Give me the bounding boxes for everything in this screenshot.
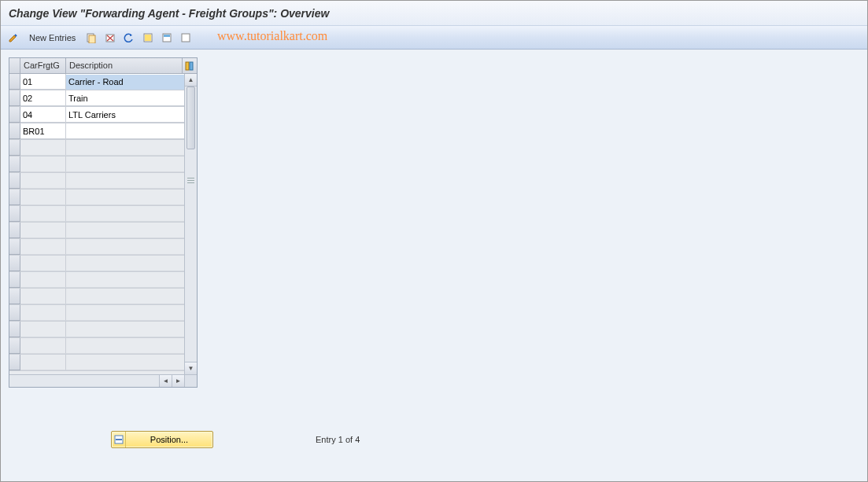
cell-desc bbox=[66, 322, 184, 337]
cell-desc bbox=[66, 338, 184, 354]
cell-code bbox=[20, 189, 66, 205]
deselect-all-icon[interactable] bbox=[178, 30, 194, 46]
delete-icon[interactable] bbox=[102, 30, 118, 46]
cell-desc bbox=[66, 272, 184, 288]
code-input[interactable] bbox=[20, 108, 65, 123]
cell-code[interactable] bbox=[20, 123, 66, 139]
table-row bbox=[9, 272, 184, 289]
row-selector[interactable] bbox=[9, 272, 20, 288]
cell-desc bbox=[66, 355, 184, 370]
desc-input[interactable] bbox=[66, 108, 184, 123]
column-header-code[interactable]: CarFrgtG bbox=[20, 58, 66, 73]
row-selector[interactable] bbox=[9, 239, 20, 255]
horizontal-scrollbar[interactable]: ◄ ► bbox=[9, 374, 184, 387]
table-row bbox=[9, 355, 184, 371]
cell-code bbox=[20, 256, 66, 271]
row-selector[interactable] bbox=[9, 156, 20, 172]
position-icon bbox=[112, 432, 126, 447]
row-selector[interactable] bbox=[9, 223, 20, 238]
code-input[interactable] bbox=[20, 91, 65, 106]
table-row bbox=[9, 140, 184, 156]
code-input[interactable] bbox=[20, 75, 65, 90]
cell-code bbox=[20, 322, 66, 337]
freight-groups-table: CarFrgtG Description ▲ ▼ ◄ ► bbox=[9, 57, 198, 388]
copy-icon[interactable] bbox=[83, 30, 99, 46]
scroll-thumb[interactable] bbox=[187, 86, 195, 149]
table-rows bbox=[9, 74, 184, 374]
watermark-text: www.tutorialkart.com bbox=[217, 29, 327, 43]
table-row bbox=[9, 338, 184, 355]
position-label: Position... bbox=[126, 435, 212, 444]
cell-code[interactable] bbox=[20, 74, 66, 90]
cell-code bbox=[20, 289, 66, 304]
table-row bbox=[9, 90, 184, 107]
cell-desc bbox=[66, 256, 184, 271]
content-area: CarFrgtG Description ▲ ▼ ◄ ► bbox=[1, 50, 867, 481]
desc-input[interactable] bbox=[66, 91, 184, 106]
cell-desc bbox=[66, 223, 184, 238]
select-block-icon[interactable] bbox=[159, 30, 175, 46]
cell-code bbox=[20, 156, 66, 172]
table-row bbox=[9, 107, 184, 123]
svg-rect-9 bbox=[190, 62, 193, 70]
scroll-left-icon[interactable]: ◄ bbox=[159, 375, 172, 387]
cell-desc bbox=[66, 305, 184, 321]
cell-code bbox=[20, 140, 66, 156]
table-row bbox=[9, 289, 184, 305]
row-selector[interactable] bbox=[9, 74, 20, 90]
row-selector[interactable] bbox=[9, 173, 20, 189]
toolbar: New Entries www.tutorialkart.com bbox=[1, 26, 867, 50]
row-selector[interactable] bbox=[9, 256, 20, 271]
svg-rect-1 bbox=[89, 35, 95, 43]
cell-code bbox=[20, 355, 66, 370]
table-row bbox=[9, 322, 184, 338]
cell-desc bbox=[66, 156, 184, 172]
svg-rect-7 bbox=[182, 34, 190, 42]
row-selector[interactable] bbox=[9, 123, 20, 139]
row-selector[interactable] bbox=[9, 289, 20, 304]
svg-rect-4 bbox=[145, 35, 151, 41]
row-selector[interactable] bbox=[9, 107, 20, 123]
row-selector[interactable] bbox=[9, 206, 20, 222]
title-bar: Change View "Forwarding Agent - Freight … bbox=[1, 1, 867, 26]
scroll-down-icon[interactable]: ▼ bbox=[185, 362, 197, 374]
desc-input[interactable] bbox=[66, 75, 184, 90]
undo-icon[interactable] bbox=[121, 30, 137, 46]
cell-desc[interactable] bbox=[66, 107, 184, 123]
vertical-scrollbar[interactable]: ▲ ▼ bbox=[184, 74, 197, 374]
code-input[interactable] bbox=[20, 124, 65, 139]
svg-rect-6 bbox=[164, 35, 170, 37]
cell-desc bbox=[66, 239, 184, 255]
table-row bbox=[9, 239, 184, 256]
scroll-up-icon[interactable]: ▲ bbox=[185, 74, 197, 86]
cell-code bbox=[20, 206, 66, 222]
row-selector[interactable] bbox=[9, 305, 20, 321]
row-selector[interactable] bbox=[9, 338, 20, 354]
cell-code[interactable] bbox=[20, 90, 66, 106]
cell-desc[interactable] bbox=[66, 74, 184, 90]
select-all-column[interactable] bbox=[9, 58, 20, 73]
cell-code bbox=[20, 272, 66, 288]
toggle-change-icon[interactable] bbox=[6, 30, 21, 46]
position-button[interactable]: Position... bbox=[111, 431, 213, 448]
desc-input[interactable] bbox=[66, 124, 184, 139]
row-selector[interactable] bbox=[9, 189, 20, 205]
row-selector[interactable] bbox=[9, 355, 20, 370]
cell-desc bbox=[66, 140, 184, 156]
scroll-right-icon[interactable]: ► bbox=[172, 375, 184, 387]
cell-desc[interactable] bbox=[66, 90, 184, 106]
column-header-desc[interactable]: Description bbox=[66, 58, 183, 73]
cell-desc bbox=[66, 173, 184, 189]
select-all-icon[interactable] bbox=[140, 30, 156, 46]
footer: Position... Entry 1 of 4 bbox=[1, 431, 867, 448]
table-settings-icon[interactable] bbox=[183, 58, 197, 73]
new-entries-button[interactable]: New Entries bbox=[24, 30, 80, 46]
cell-desc[interactable] bbox=[66, 123, 184, 139]
cell-code[interactable] bbox=[20, 107, 66, 123]
row-selector[interactable] bbox=[9, 322, 20, 337]
cell-code bbox=[20, 338, 66, 354]
table-row bbox=[9, 123, 184, 140]
row-selector[interactable] bbox=[9, 90, 20, 106]
row-selector[interactable] bbox=[9, 140, 20, 156]
table-row bbox=[9, 206, 184, 223]
